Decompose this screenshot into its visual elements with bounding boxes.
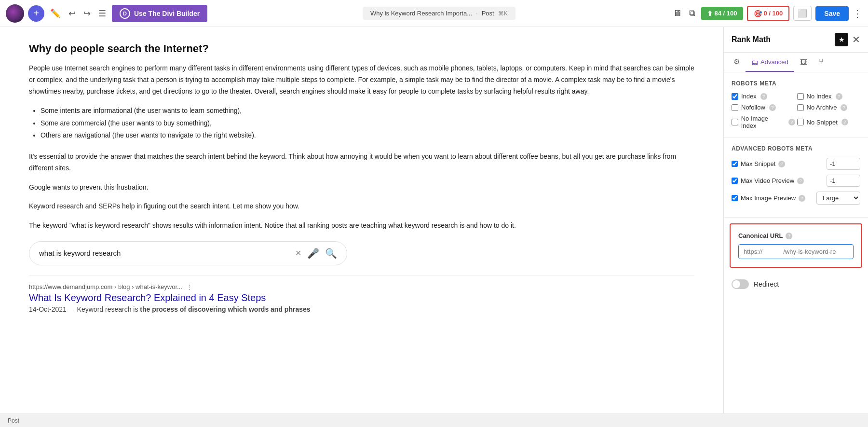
content-para4: Keyword research and SERPs help in figur… [29, 201, 694, 212]
result-options-icon[interactable]: ⋮ [186, 283, 192, 290]
no-snippet-label: No Snippet [807, 119, 838, 126]
index-checkbox[interactable] [732, 93, 738, 100]
no-image-index-label: No Image Index [741, 115, 785, 129]
divi-logo: settingsD [120, 8, 130, 19]
tab-image[interactable]: 🖼 [794, 53, 813, 72]
no-image-index-checkbox[interactable] [732, 119, 738, 125]
robots-meta-title: ROBOTS META [732, 80, 860, 87]
divi-builder-button[interactable]: settingsD Use The Divi Builder [112, 5, 207, 22]
max-image-preview-row: Max Image Preview ? None Standard Large [732, 192, 860, 205]
list-item: Some are commercial (the user wants to b… [41, 117, 694, 129]
no-snippet-checkbox[interactable] [797, 119, 804, 125]
add-button[interactable]: + [28, 5, 44, 22]
advanced-tab-icon: 🗂 [751, 58, 759, 66]
app-logo [6, 4, 24, 23]
search-mock-query: what is keyword research [39, 249, 289, 257]
no-archive-help-icon[interactable]: ? [841, 104, 847, 111]
close-icon[interactable]: ✕ [852, 34, 860, 45]
max-image-preview-checkbox[interactable] [732, 195, 738, 201]
no-archive-label: No Archive [807, 104, 837, 111]
max-video-preview-checkbox[interactable] [732, 178, 738, 184]
sidebar: Rank Math ★ ✕ ⚙ 🗂 Advanced 🖼 ⑂ ROB [723, 27, 868, 413]
no-index-checkbox[interactable] [797, 93, 804, 100]
main-layout: Why do people search the Internet? Peopl… [0, 27, 868, 413]
tab-settings[interactable]: ⚙ [728, 53, 746, 72]
tab-advanced[interactable]: 🗂 Advanced [746, 53, 794, 72]
max-video-preview-help-icon[interactable]: ? [797, 178, 804, 184]
max-snippet-help-icon[interactable]: ? [778, 161, 785, 167]
canonical-url-input[interactable] [738, 244, 854, 259]
content-heading: Why do people search the Internet? [29, 42, 694, 55]
separator: · [476, 10, 478, 17]
redirect-toggle[interactable] [732, 279, 749, 289]
more-options-button[interactable]: ⋮ [853, 8, 862, 19]
tab-social[interactable]: ⑂ [813, 53, 829, 72]
no-image-index-help-icon[interactable]: ? [788, 119, 795, 125]
undo-icon[interactable]: ↩ [67, 6, 78, 21]
clear-search-icon[interactable]: ✕ [295, 248, 301, 258]
max-snippet-input[interactable] [827, 158, 860, 170]
no-index-help-icon[interactable]: ? [836, 93, 842, 100]
checkbox-index: Index ? [732, 93, 795, 100]
content-para1: People use Internet search engines to pe… [29, 63, 694, 97]
save-button[interactable]: Save [815, 6, 849, 21]
nofollow-help-icon[interactable]: ? [769, 104, 776, 111]
content-para2: It's essential to provide the answer tha… [29, 151, 694, 174]
post-info: Why is Keyword Research Importa... · Pos… [363, 7, 515, 20]
content-area: Why do people search the Internet? Peopl… [0, 27, 723, 413]
index-help-icon[interactable]: ? [760, 93, 767, 100]
topbar: + ✏️ ↩ ↪ ☰ settingsD Use The Divi Builde… [0, 0, 868, 27]
seo-score-value: 84 / 100 [715, 10, 737, 17]
seo-score-button[interactable]: ⬆ 84 / 100 [701, 7, 743, 20]
post-type-label: Post [482, 10, 494, 17]
menu-icon[interactable]: ☰ [96, 6, 108, 21]
redirect-label: Redirect [754, 280, 779, 288]
advanced-robots-meta-title: ADVANCED ROBOTS META [732, 145, 860, 152]
content-para5: The keyword "what is keyword research" s… [29, 220, 694, 232]
max-image-preview-select[interactable]: None Standard Large [816, 192, 860, 205]
divi-button-label: Use The Divi Builder [134, 10, 200, 17]
no-snippet-help-icon[interactable]: ? [841, 119, 848, 125]
checkbox-nofollow: Nofollow ? [732, 104, 795, 111]
max-snippet-checkbox[interactable] [732, 161, 738, 167]
readability-score-button[interactable]: 🎯 0 / 100 [747, 6, 790, 21]
nofollow-label: Nofollow [741, 104, 765, 111]
keyboard-shortcut: ⌘K [498, 10, 508, 17]
robots-meta-section: ROBOTS META Index ? No Index ? Nofollow … [724, 72, 868, 138]
sidebar-tabs: ⚙ 🗂 Advanced 🖼 ⑂ [724, 53, 868, 72]
desktop-view-icon[interactable]: 🖥 [671, 6, 683, 20]
advanced-robots-meta-section: ADVANCED ROBOTS META Max Snippet ? Max V… [724, 138, 868, 218]
post-title-text: Why is Keyword Research Importa... [370, 10, 472, 17]
search-icon[interactable]: 🔍 [325, 248, 337, 259]
no-archive-checkbox[interactable] [797, 104, 804, 111]
canonical-url-title: Canonical URL ? [738, 232, 854, 239]
pencil-icon[interactable]: ✏️ [48, 6, 63, 21]
checkbox-no-image-index: No Image Index ? [732, 115, 795, 129]
max-video-preview-input[interactable] [827, 175, 860, 187]
max-image-preview-help-icon[interactable]: ? [799, 195, 805, 202]
result-title[interactable]: What Is Keyword Research? Explained in 4… [29, 292, 694, 303]
content-para3: Google wants to prevent this frustration… [29, 182, 694, 193]
max-image-preview-label: Max Image Preview ? [741, 194, 814, 202]
image-tab-icon: 🖼 [800, 58, 807, 66]
external-link-icon[interactable]: ⧉ [687, 6, 697, 20]
redo-icon[interactable]: ↪ [81, 6, 93, 21]
up-arrow-icon: ⬆ [707, 10, 713, 17]
star-icon[interactable]: ★ [835, 33, 848, 46]
microphone-icon[interactable]: 🎤 [307, 248, 319, 259]
result-date: 14-Oct-2021 [29, 305, 67, 313]
panel-toggle-button[interactable]: ⬜ [793, 6, 812, 21]
max-video-preview-row: Max Video Preview ? [732, 175, 860, 187]
index-label: Index [741, 93, 757, 100]
checkbox-no-index: No Index ? [797, 93, 861, 100]
result-snippet: 14-Oct-2021 — Keyword research is the pr… [29, 305, 694, 313]
canonical-url-help-icon[interactable]: ? [786, 233, 792, 239]
no-index-label: No Index [807, 93, 832, 100]
sidebar-title: Rank Math [732, 35, 771, 44]
result-snippet-text: — Keyword research is the process of dis… [68, 305, 311, 313]
social-tab-icon: ⑂ [819, 57, 824, 66]
robots-meta-checkboxes: Index ? No Index ? Nofollow ? No Archive [732, 93, 860, 129]
nofollow-checkbox[interactable] [732, 104, 738, 111]
status-label: Post [8, 417, 19, 424]
topbar-right: 🖥 ⧉ ⬆ 84 / 100 🎯 0 / 100 ⬜ Save ⋮ [671, 6, 862, 21]
